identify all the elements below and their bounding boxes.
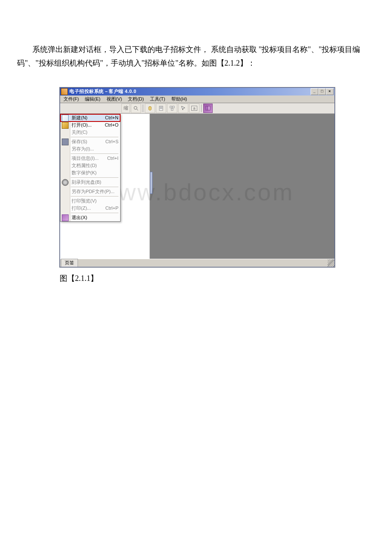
toolbar-text-icon[interactable]: a: [189, 104, 199, 113]
statusbar: 页签: [60, 259, 334, 267]
open-icon: [62, 122, 69, 129]
menu-item: 保存(S)Ctrl+S: [61, 138, 120, 145]
svg-rect-7: [173, 106, 174, 108]
menu-item: 数字保护(K): [61, 169, 120, 176]
menu-item-label: 另存为(I)...: [72, 146, 118, 152]
svg-rect-6: [170, 106, 172, 108]
menubar: 文件(F) 编辑(E) 视图(V) 文档(D) 工具(T) 帮助(H): [60, 95, 334, 103]
workspace: 新建(N)Ctrl+N打开(O)...Ctrl+O关闭(C)保存(S)Ctrl+…: [60, 114, 334, 259]
menu-item-label: 数字保护(K): [72, 170, 118, 176]
window-title: 电子招投标系统－客户端 4.0.0: [69, 88, 311, 95]
document-page: 系统弹出新建对话框，导入已下载的电子招标文件， 系统自动获取 "投标项目名称"、…: [0, 0, 392, 301]
menu-item-label: 打开(O)...: [72, 122, 105, 128]
toolbar-organize-icon[interactable]: [167, 104, 177, 113]
menu-separator: [71, 187, 118, 187]
menu-view[interactable]: 视图(V): [104, 95, 125, 103]
toolbar-separator: [143, 104, 143, 112]
saveas-icon: [62, 146, 68, 152]
menu-help[interactable]: 帮助(H): [169, 95, 190, 103]
menu-item: 项目信息(I)...Ctrl+I: [61, 155, 120, 162]
menu-separator: [71, 196, 118, 197]
menu-item-shortcut: Ctrl+O: [105, 122, 118, 127]
svg-point-0: [134, 106, 137, 109]
titlebar: 电子招投标系统－客户端 4.0.0 _ □ ×: [60, 88, 334, 95]
exit-icon: [62, 214, 69, 221]
app-window: 电子招投标系统－客户端 4.0.0 _ □ × 文件(F) 编辑(E) 视图(V…: [60, 87, 335, 267]
menu-separator: [71, 213, 118, 213]
save-icon: [62, 139, 69, 145]
menu-item-shortcut: Ctrl+I: [107, 156, 118, 161]
toolbar-book-icon[interactable]: [203, 104, 213, 113]
toolbar-zoom-icon[interactable]: [131, 104, 141, 113]
menu-separator: [71, 137, 118, 137]
figure-caption: 图【2.1.1】: [60, 273, 375, 283]
toolbar-hand-icon[interactable]: [145, 104, 155, 113]
page-tab[interactable]: 页签: [61, 259, 78, 267]
close-button[interactable]: ×: [326, 88, 334, 95]
menu-item-label: 退出(X): [72, 214, 118, 221]
menu-item: 关闭(C): [61, 129, 120, 136]
screenshot-figure: 电子招投标系统－客户端 4.0.0 _ □ × 文件(F) 编辑(E) 视图(V…: [60, 87, 334, 267]
menu-item-label: 另存为PDF文件(P)...: [72, 188, 118, 195]
menu-item: 刻录到光盘(B): [61, 179, 120, 186]
intro-paragraph: 系统弹出新建对话框，导入已下载的电子招标文件， 系统自动获取 "投标项目名称"、…: [17, 43, 375, 70]
menu-tools[interactable]: 工具(T): [147, 95, 168, 103]
burn-icon: [62, 179, 69, 186]
window-buttons: _ □ ×: [311, 88, 334, 95]
menu-item: 另存为PDF文件(P)...: [61, 188, 120, 195]
toolbar: 缩 a: [60, 103, 334, 114]
menu-separator: [71, 177, 118, 178]
menu-item-label: 项目信息(I)...: [72, 155, 107, 162]
svg-rect-8: [171, 109, 173, 110]
menu-item[interactable]: 打开(O)...Ctrl+O: [61, 121, 120, 129]
menu-item-shortcut: Ctrl+S: [105, 139, 118, 144]
menu-doc[interactable]: 文档(D): [125, 95, 146, 103]
menu-item: 另存为(I)...: [61, 145, 120, 153]
menu-file[interactable]: 文件(F): [61, 95, 81, 103]
toolbar-separator: [201, 104, 202, 112]
menu-item-label: 关闭(C): [72, 129, 118, 136]
menu-item: 文档属性(D): [61, 162, 120, 169]
proj-icon: [62, 155, 68, 161]
toolbar-reduce-icon[interactable]: 缩: [121, 104, 130, 113]
menu-item-label: 文档属性(D): [72, 162, 118, 169]
menu-item-label: 打印(Z)...: [72, 205, 105, 211]
new-icon: [62, 115, 69, 121]
splitter-handle[interactable]: [150, 172, 153, 194]
menu-item: 打印预览(V): [61, 197, 120, 205]
menu-edit[interactable]: 编辑(E): [82, 95, 103, 103]
app-icon: [61, 88, 68, 95]
menu-item-label: 新建(N): [72, 115, 105, 121]
document-area: [150, 114, 334, 259]
minimize-button[interactable]: _: [311, 88, 318, 95]
svg-line-1: [137, 109, 138, 110]
toolbar-page-icon[interactable]: [156, 104, 166, 113]
menu-separator: [71, 153, 118, 154]
menu-item[interactable]: 退出(X): [61, 214, 120, 221]
menu-item[interactable]: 新建(N)Ctrl+N: [61, 114, 120, 121]
menu-item-label: 打印预览(V): [72, 198, 118, 204]
file-menu-dropdown: 新建(N)Ctrl+N打开(O)...Ctrl+O关闭(C)保存(S)Ctrl+…: [60, 114, 121, 222]
status-spacer: [78, 259, 328, 267]
svg-text:a: a: [193, 106, 195, 110]
menu-item-label: 刻录到光盘(B): [72, 179, 118, 185]
close-icon: [62, 129, 68, 135]
menu-item-shortcut: Ctrl+N: [105, 115, 118, 120]
menu-item-label: 保存(S): [72, 139, 105, 145]
resize-grip[interactable]: [328, 259, 334, 267]
toolbar-select-icon[interactable]: [178, 104, 188, 113]
menu-item-shortcut: Ctrl+P: [105, 205, 118, 211]
maximize-button[interactable]: □: [318, 88, 326, 95]
menu-item: 打印(Z)...Ctrl+P: [61, 205, 120, 212]
